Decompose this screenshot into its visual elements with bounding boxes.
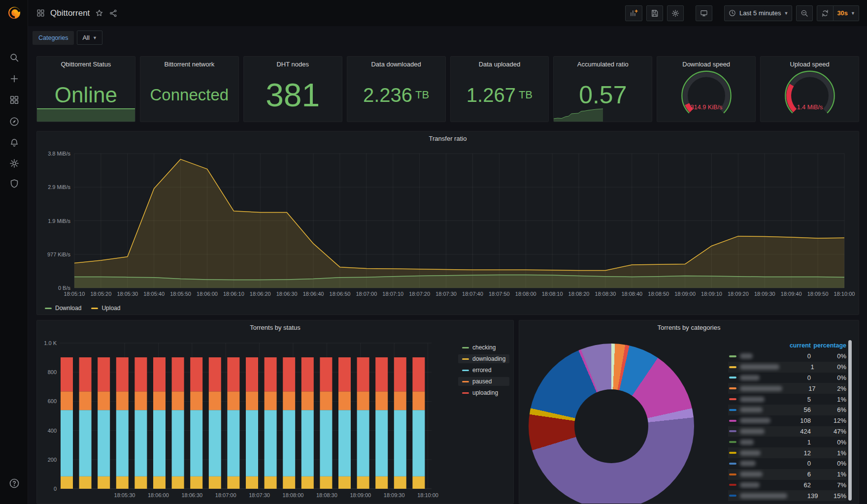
bar-segment-uploading[interactable] (301, 357, 314, 391)
category-table-row[interactable]: 172% (728, 383, 846, 394)
category-table-row[interactable]: 566% (728, 405, 846, 415)
bar-segment-errored[interactable] (338, 410, 351, 476)
bar-segment-uploading[interactable] (153, 357, 166, 391)
explore-compass-icon[interactable] (0, 113, 28, 130)
stat-panel-data-uploaded[interactable]: Data uploaded1.267TB (450, 56, 549, 122)
bar-segment-paused[interactable] (320, 391, 332, 410)
bar-segment-uploading[interactable] (375, 357, 388, 391)
stat-panel-accumulated-ratio[interactable]: Accumulated ratio0.57 (553, 56, 652, 122)
categories-variable-label[interactable]: Categories (33, 31, 74, 45)
bar-segment-uploading[interactable] (412, 357, 425, 391)
bar-segment-uploading[interactable] (116, 357, 129, 391)
torrents-by-status-chart[interactable]: 02004006008001.0 K18:05:3018:06:0018:06:… (37, 320, 453, 504)
legend-item-errored[interactable]: errored (458, 366, 509, 375)
stat-panel-qbittorrent-status[interactable]: Qbittorrent StatusOnline (36, 56, 135, 122)
bar-segment-downloading[interactable] (116, 476, 129, 489)
category-table-row[interactable]: 121% (728, 447, 846, 458)
bar-segment-downloading[interactable] (265, 476, 277, 489)
bar-segment-paused[interactable] (116, 391, 129, 410)
bar-segment-uploading[interactable] (227, 357, 239, 391)
stat-panel-dht-nodes[interactable]: DHT nodes381 (243, 56, 342, 122)
legend-item-upload[interactable]: Upload (91, 305, 120, 312)
grafana-logo[interactable] (0, 4, 28, 22)
bar-segment-uploading[interactable] (246, 357, 258, 391)
star-icon[interactable] (95, 8, 104, 18)
bar-segment-errored[interactable] (301, 410, 314, 476)
tv-mode-button[interactable] (696, 5, 712, 21)
bar-segment-paused[interactable] (79, 391, 92, 410)
stat-panel-bittorrent-network[interactable]: Bittorrent networkConnected (140, 56, 239, 122)
bar-segment-downloading[interactable] (190, 476, 202, 489)
bar-segment-downloading[interactable] (209, 476, 221, 489)
configuration-gear-icon[interactable] (0, 155, 28, 172)
bar-segment-errored[interactable] (153, 410, 166, 476)
bar-segment-paused[interactable] (357, 391, 369, 410)
bar-segment-errored[interactable] (394, 410, 406, 476)
category-table-row[interactable]: 00% (728, 373, 846, 383)
bar-segment-downloading[interactable] (357, 476, 369, 489)
bar-segment-downloading[interactable] (283, 476, 295, 489)
bar-segment-errored[interactable] (283, 410, 295, 476)
bar-segment-errored[interactable] (79, 410, 92, 476)
column-header-current[interactable]: current (772, 342, 811, 349)
bar-segment-uploading[interactable] (61, 357, 73, 391)
refresh-button[interactable] (817, 5, 834, 21)
bar-segment-paused[interactable] (412, 391, 425, 410)
stat-panel-upload-speed[interactable]: Upload speed1.4 MiB/s (760, 56, 859, 122)
bar-segment-errored[interactable] (61, 410, 73, 476)
category-table-row[interactable]: 00% (728, 351, 846, 362)
search-icon[interactable] (0, 49, 28, 66)
bar-segment-paused[interactable] (98, 391, 110, 410)
create-plus-icon[interactable] (0, 70, 28, 88)
share-icon[interactable] (109, 9, 118, 18)
bar-segment-uploading[interactable] (98, 357, 110, 391)
bar-segment-downloading[interactable] (301, 476, 314, 489)
bar-segment-paused[interactable] (265, 391, 277, 410)
bar-segment-errored[interactable] (116, 410, 129, 476)
bar-segment-errored[interactable] (227, 410, 239, 476)
add-panel-button[interactable] (625, 5, 642, 21)
bar-segment-paused[interactable] (172, 391, 184, 410)
bar-segment-downloading[interactable] (412, 476, 425, 489)
bar-segment-uploading[interactable] (283, 357, 295, 391)
alerting-bell-icon[interactable] (0, 134, 28, 152)
legend-item-downloading[interactable]: downloading (458, 354, 509, 363)
admin-shield-icon[interactable] (0, 175, 28, 192)
category-table-row[interactable]: 10812% (728, 415, 846, 426)
category-table-row[interactable]: 51% (728, 394, 846, 405)
transfer-ratio-chart[interactable]: 18:05:1018:05:2018:05:3018:05:4018:05:50… (37, 131, 860, 301)
bar-segment-errored[interactable] (172, 410, 184, 476)
zoom-out-button[interactable] (796, 5, 813, 21)
bar-segment-paused[interactable] (190, 391, 202, 410)
bar-segment-uploading[interactable] (79, 357, 92, 391)
panel-title[interactable]: Torrents by categories (519, 324, 859, 331)
bar-segment-errored[interactable] (320, 410, 332, 476)
bar-segment-errored[interactable] (265, 410, 277, 476)
column-header-percentage[interactable]: percentage (811, 342, 846, 349)
bar-segment-downloading[interactable] (320, 476, 332, 489)
bar-segment-downloading[interactable] (79, 476, 92, 489)
dashboard-settings-button[interactable] (667, 5, 684, 21)
categories-variable-dropdown[interactable]: All ▼ (77, 31, 102, 45)
bar-segment-errored[interactable] (98, 410, 110, 476)
category-table-row[interactable]: 627% (728, 480, 846, 491)
bar-segment-paused[interactable] (209, 391, 221, 410)
bar-segment-uploading[interactable] (265, 357, 277, 391)
bar-segment-uploading[interactable] (209, 357, 221, 391)
bar-segment-errored[interactable] (209, 410, 221, 476)
bar-segment-paused[interactable] (394, 391, 406, 410)
save-dashboard-button[interactable] (646, 5, 663, 21)
bar-segment-errored[interactable] (412, 410, 425, 476)
category-table-row[interactable]: 10% (728, 362, 846, 373)
dashboards-icon[interactable] (0, 91, 28, 109)
table-scrollbar[interactable] (848, 340, 852, 501)
bar-segment-paused[interactable] (338, 391, 351, 410)
time-range-picker[interactable]: Last 5 minutes ▼ (724, 5, 792, 21)
bar-segment-uploading[interactable] (190, 357, 202, 391)
bar-segment-paused[interactable] (134, 391, 147, 410)
legend-item-download[interactable]: Download (45, 305, 81, 312)
category-table-row[interactable]: 61% (728, 469, 846, 480)
bar-segment-uploading[interactable] (320, 357, 332, 391)
bar-segment-downloading[interactable] (394, 476, 406, 489)
bar-segment-uploading[interactable] (394, 357, 406, 391)
